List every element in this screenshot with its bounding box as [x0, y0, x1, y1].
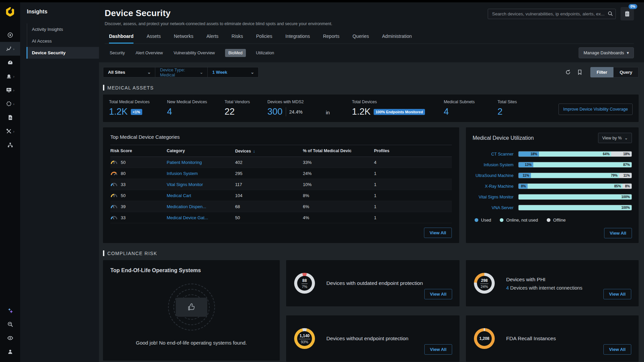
sidebar-item-device-security[interactable]: Device Security: [26, 47, 99, 59]
legend-item-online-not-used: Online, not used: [500, 218, 538, 223]
insights-icon[interactable]: ›: [0, 42, 20, 56]
donut-view-all-button[interactable]: View All: [424, 344, 452, 355]
gauge-icon[interactable]: [0, 56, 20, 69]
column-header-devices[interactable]: Devices↓: [235, 148, 303, 154]
armis-logo[interactable]: [0, 5, 20, 19]
siren-icon[interactable]: ›: [0, 69, 20, 83]
tab-integrations[interactable]: Integrations: [285, 34, 310, 44]
utilization-category-link[interactable]: VNA Server: [473, 205, 514, 210]
risk-score-cell: 33: [110, 215, 167, 220]
tab-alerts[interactable]: Alerts: [207, 34, 219, 44]
sort-desc-icon[interactable]: ↓: [253, 148, 255, 154]
search-icon[interactable]: [607, 11, 613, 18]
tab-reports[interactable]: Reports: [323, 34, 339, 44]
eol-operating-systems-card: Top End-Of-Life Operating Systems Good j…: [103, 260, 280, 361]
ai-sparkles-icon[interactable]: [0, 304, 20, 317]
legend-label: Offline: [553, 218, 566, 223]
device-type-dropdown[interactable]: Device Type: Medical⌄: [155, 67, 208, 77]
donut-view-all-button[interactable]: View All: [603, 289, 631, 299]
utilization-category-link[interactable]: CT Scanner: [473, 152, 514, 157]
utilization-category-link[interactable]: X-Ray Machine: [473, 184, 514, 189]
refresh-button[interactable]: [565, 69, 571, 75]
bookmark-button[interactable]: [577, 69, 583, 75]
global-search: [488, 9, 616, 19]
coverage-clipboard-button[interactable]: 0%: [621, 7, 634, 20]
view-by-dropdown[interactable]: View by % ⌄: [598, 133, 632, 143]
chevron-down-icon: ⌄: [147, 70, 151, 75]
stat-value-row: 30024.4%: [267, 107, 304, 116]
utilization-category-link[interactable]: Infusion System: [473, 163, 514, 167]
tab-dashboard[interactable]: Dashboard: [109, 34, 133, 44]
bar-segment-offline: 18%: [611, 152, 632, 157]
tab-networks[interactable]: Networks: [174, 34, 193, 44]
sites-dropdown[interactable]: All Sites⌄: [103, 67, 155, 77]
tab-assets[interactable]: Assets: [147, 34, 161, 44]
user-icon[interactable]: [0, 345, 20, 359]
column-header-of-total-medical-devic[interactable]: % of Total Medical Devic: [303, 148, 374, 153]
category-link[interactable]: Medication Dispen...: [167, 204, 206, 209]
column-header-label: Devices: [235, 149, 251, 154]
eol-card-title: Top End-Of-Life Operating Systems: [110, 267, 272, 274]
column-header-profiles[interactable]: Profiles: [374, 148, 452, 153]
tab-administration[interactable]: Administration: [382, 34, 412, 44]
sidebar-item-activity-insights[interactable]: Activity Insights: [26, 23, 99, 35]
pct-total-cell: 24%: [303, 171, 374, 176]
sidebar-item-ai-access[interactable]: AI Access: [26, 35, 99, 47]
subtab-utilization[interactable]: Utilization: [255, 49, 275, 57]
category-link[interactable]: Infusion System: [167, 171, 198, 176]
risk-score-value: 39: [121, 204, 125, 209]
column-header-risk-score[interactable]: Risk Score: [110, 148, 167, 153]
manage-dashboards-button[interactable]: Manage Dashboards ▾: [579, 47, 634, 58]
category-link[interactable]: Patient Monitoring: [167, 160, 202, 165]
category-link[interactable]: Medical Cart: [167, 193, 191, 198]
monitor-pulse-icon[interactable]: ›: [0, 83, 20, 97]
page-header: Device Security Discover, assess, and pr…: [99, 0, 644, 44]
category-link[interactable]: Medical Device Gat...: [167, 215, 208, 220]
filter-button[interactable]: Filter: [590, 67, 614, 77]
subtab-security[interactable]: Security: [109, 49, 125, 57]
donut-chart: 1,14093%: [294, 328, 315, 349]
stat-label: Medical Subnets: [444, 100, 475, 104]
utilization-view-all-button[interactable]: View All: [604, 228, 632, 238]
search-trend-icon[interactable]: [0, 317, 20, 331]
bar-segment-online-not-used: 64%: [539, 152, 611, 157]
pct-total-cell: 6%: [303, 204, 374, 209]
tools-icon[interactable]: ›: [0, 124, 20, 138]
tab-queries[interactable]: Queries: [353, 34, 369, 44]
subtab-vulnerability-overview[interactable]: Vulnerability Overview: [173, 49, 215, 57]
topology-icon[interactable]: [0, 138, 20, 152]
column-header-label: % of Total Medical Devic: [303, 148, 352, 153]
donut-view-all-button[interactable]: View All: [424, 289, 452, 299]
subtab-biomed[interactable]: BioMed: [225, 49, 246, 57]
top-edge-strip: [0, 0, 644, 2]
legend-dot: [475, 218, 478, 222]
utilization-row: Infusion System13%87%: [473, 162, 632, 168]
devices-cell: 402: [235, 160, 303, 165]
bar-segment-online-not-used: 100%: [519, 194, 632, 199]
subtab-alert-overview[interactable]: Alert Overview: [135, 49, 163, 57]
bar-segment-offline: 11%: [619, 173, 632, 178]
time-range-dropdown[interactable]: 1 Week⌄: [208, 67, 259, 77]
tab-risks[interactable]: Risks: [231, 34, 243, 44]
report-icon[interactable]: [0, 111, 20, 124]
improve-visibility-button[interactable]: Improve Device Visibility Coverage: [558, 104, 633, 115]
utilization-category-link[interactable]: Vital Signs Monitor: [473, 195, 514, 199]
stat-value-row: 4: [167, 107, 207, 116]
tab-policies[interactable]: Policies: [256, 34, 272, 44]
column-header-category[interactable]: Category: [167, 148, 235, 153]
donut-card-devices-with-outdated-endpoint-protection: 887%Devices with outdated endpoint prote…: [286, 260, 460, 306]
dotted-circle-icon[interactable]: ›: [0, 97, 20, 111]
search-input[interactable]: [488, 9, 616, 19]
eye-icon[interactable]: [0, 331, 20, 345]
donut-view-all-button[interactable]: View All: [603, 344, 631, 355]
query-button[interactable]: Query: [613, 67, 639, 77]
eol-message: Good job! No end-of-life operating syste…: [110, 340, 272, 346]
utilization-row: VNA Server100%: [473, 205, 632, 210]
categories-view-all-button[interactable]: View All: [424, 228, 452, 238]
radar-icon[interactable]: [0, 28, 20, 42]
donut-card-text: Devices with PHI4 Devices with internet …: [506, 276, 582, 291]
donut-chart: 1,208: [474, 328, 495, 349]
utilization-category-link[interactable]: UltraSound Machine: [473, 173, 514, 178]
utilization-row: UltraSound Machine11%79%11%: [473, 173, 632, 178]
category-link[interactable]: Vital Signs Monitor: [167, 182, 203, 187]
